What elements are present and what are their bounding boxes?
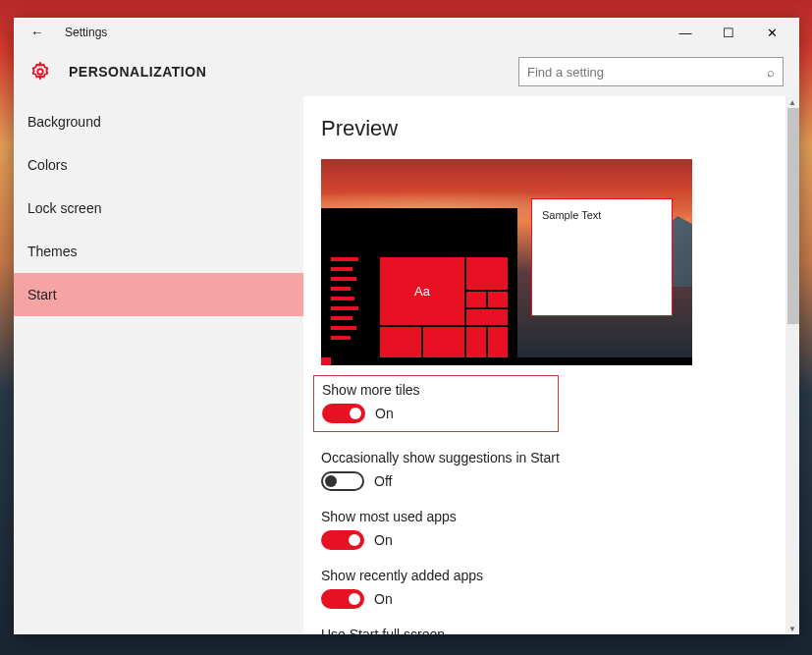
content-heading: Preview [321,116,782,141]
titlebar: ← Settings — ☐ ✕ [14,18,799,47]
preview-sample-text: Sample Text [542,209,601,221]
svg-point-0 [37,69,43,75]
setting-label: Show most used apps [321,509,782,524]
content: Preview Aa [303,96,799,634]
body: Background Colors Lock screen Themes Sta… [14,96,799,634]
toggle-suggestions[interactable] [321,471,364,491]
minimize-button[interactable]: — [664,19,707,46]
setting-fullscreen: Use Start full screen [321,627,782,634]
preview-start-panel: Aa [321,208,517,365]
preview-tile-text: Aa [380,257,464,325]
sidebar-item-lock-screen[interactable]: Lock screen [14,187,303,230]
maximize-button[interactable]: ☐ [707,19,750,46]
settings-window: ← Settings — ☐ ✕ PERSONALIZATION ⌕ Backg… [14,18,799,634]
scrollbar-thumb[interactable] [787,108,799,324]
back-button[interactable]: ← [24,19,51,46]
scroll-down-icon[interactable]: ▼ [785,623,799,634]
toggle-state: On [374,591,393,607]
toggle-state: On [375,406,394,421]
toggle-show-more-tiles[interactable] [322,404,365,423]
page-title: PERSONALIZATION [69,64,206,80]
search-icon: ⌕ [767,65,775,80]
scrollbar[interactable]: ▲ ▼ [785,96,799,634]
sidebar-item-start[interactable]: Start [14,273,303,316]
gear-icon [29,61,51,82]
setting-most-used: Show most used apps On [321,509,782,550]
preview-sample-window: Sample Text [531,198,673,316]
preview-tiles: Aa [380,257,508,359]
toggle-most-used[interactable] [321,530,364,550]
close-button[interactable]: ✕ [750,19,793,46]
sidebar-item-background[interactable]: Background [14,100,303,143]
search-input[interactable] [527,65,767,80]
setting-label: Occasionally show suggestions in Start [321,450,782,465]
toggle-state: Off [374,473,392,489]
setting-label: Show recently added apps [321,568,782,583]
setting-label: Use Start full screen [321,627,782,634]
sidebar-item-themes[interactable]: Themes [14,230,303,273]
window-title: Settings [65,26,107,39]
preview-pane: Aa Sample Text [321,159,692,365]
scroll-up-icon[interactable]: ▲ [785,96,799,108]
setting-recently-added: Show recently added apps On [321,568,782,609]
setting-label: Show more tiles [322,382,550,398]
setting-show-more-tiles: Show more tiles On [313,375,559,432]
toggle-recently-added[interactable] [321,589,364,609]
search-box[interactable]: ⌕ [518,57,784,86]
sidebar: Background Colors Lock screen Themes Sta… [14,96,303,634]
header: PERSONALIZATION ⌕ [14,47,799,96]
toggle-state: On [374,532,393,548]
sidebar-item-colors[interactable]: Colors [14,143,303,187]
setting-suggestions: Occasionally show suggestions in Start O… [321,450,782,491]
preview-taskbar [321,357,692,365]
